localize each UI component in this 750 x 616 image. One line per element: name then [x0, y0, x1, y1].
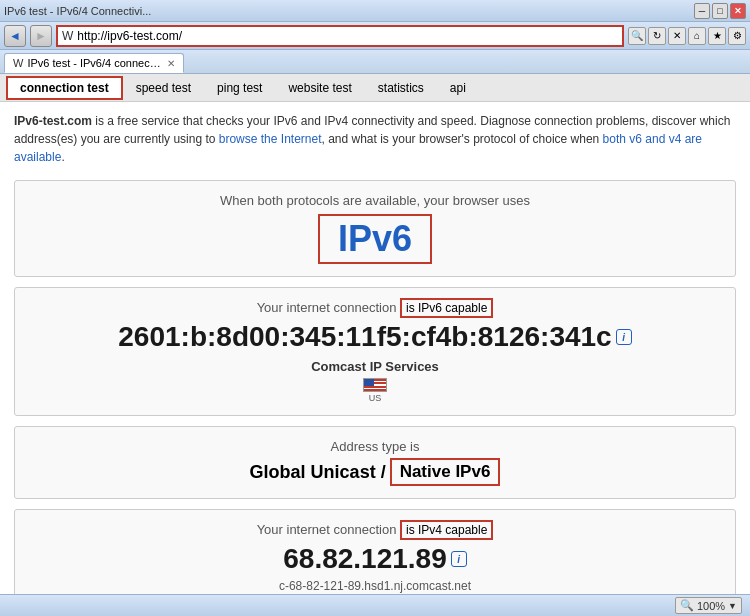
refresh-icon[interactable]: ↻: [648, 27, 666, 45]
zoom-level: 100%: [697, 600, 725, 612]
intro-paragraph: IPv6-test.com is a free service that che…: [14, 112, 736, 166]
tab-connection-test[interactable]: connection test: [6, 76, 123, 100]
window-title: IPv6 test - IPv6/4 Connectivi...: [4, 5, 151, 17]
tab-speed-test[interactable]: speed test: [123, 76, 204, 100]
address-favicon: W: [62, 29, 73, 43]
search-icon[interactable]: 🔍: [628, 27, 646, 45]
home-icon[interactable]: ⌂: [688, 27, 706, 45]
zoom-control[interactable]: 🔍 100% ▼: [675, 597, 742, 614]
address-box[interactable]: W http://ipv6-test.com/: [56, 25, 624, 47]
title-bar: IPv6 test - IPv6/4 Connectivi... ─ □ ✕: [0, 0, 750, 22]
intro-link-browse[interactable]: browse the Internet: [219, 132, 322, 146]
ipv6-flag-icon: [363, 378, 387, 392]
browser-tab-active[interactable]: W IPv6 test - IPv6/4 connectivi... ✕: [4, 53, 184, 73]
nav-tabs-bar: connection test speed test ping test web…: [0, 74, 750, 102]
tab-api[interactable]: api: [437, 76, 479, 100]
zoom-chevron[interactable]: ▼: [728, 601, 737, 611]
tab-ping-test[interactable]: ping test: [204, 76, 275, 100]
address-type-badge: Native IPv6: [390, 458, 501, 486]
content-area: IPv6-test.com is a free service that che…: [0, 102, 750, 594]
intro-link-both[interactable]: both v6 and v4 are available: [14, 132, 702, 164]
protocol-value: IPv6: [318, 214, 432, 264]
tab-close-button[interactable]: ✕: [167, 58, 175, 69]
address-text: http://ipv6-test.com/: [77, 29, 182, 43]
ipv6-capable-label: Your internet connection is IPv6 capable: [31, 300, 719, 315]
ipv4-info-icon[interactable]: i: [451, 551, 467, 567]
tab-bar: W IPv6 test - IPv6/4 connectivi... ✕: [0, 50, 750, 74]
forward-button[interactable]: ►: [30, 25, 52, 47]
minimize-button[interactable]: ─: [694, 3, 710, 19]
ipv4-capable-label: Your internet connection is IPv4 capable: [31, 522, 719, 537]
tab-favicon: W: [13, 57, 23, 69]
status-bar: 🔍 100% ▼: [0, 594, 750, 616]
ipv6-capable-badge: is IPv6 capable: [400, 298, 493, 318]
restore-button[interactable]: □: [712, 3, 728, 19]
tab-title: IPv6 test - IPv6/4 connectivi...: [27, 57, 163, 69]
ipv6-address-card: Your internet connection is IPv6 capable…: [14, 287, 736, 416]
zoom-icon: 🔍: [680, 599, 694, 612]
ipv6-flag-wrap: US: [31, 378, 719, 403]
ipv4-address: 68.82.121.89 i: [31, 543, 719, 575]
tab-statistics[interactable]: statistics: [365, 76, 437, 100]
ipv6-address: 2601:b:8d00:345:11f5:cf4b:8126:341c i: [31, 321, 719, 353]
address-type-value: Global Unicast / Native IPv6: [31, 458, 719, 486]
protocol-label: When both protocols are available, your …: [31, 193, 719, 208]
ipv4-hostname: c-68-82-121-89.hsd1.nj.comcast.net: [31, 579, 719, 593]
ipv6-flag-label: US: [369, 393, 382, 403]
protocol-card: When both protocols are available, your …: [14, 180, 736, 277]
ipv6-isp-name: Comcast IP Services: [31, 359, 719, 374]
close-button[interactable]: ✕: [730, 3, 746, 19]
ipv4-address-card: Your internet connection is IPv4 capable…: [14, 509, 736, 594]
address-bar-row: ◄ ► W http://ipv6-test.com/ 🔍 ↻ ✕ ⌂ ★ ⚙: [0, 22, 750, 50]
stop-icon[interactable]: ✕: [668, 27, 686, 45]
tools-icon[interactable]: ⚙: [728, 27, 746, 45]
address-type-label: Address type is: [31, 439, 719, 454]
address-type-card: Address type is Global Unicast / Native …: [14, 426, 736, 499]
ipv6-info-icon[interactable]: i: [616, 329, 632, 345]
tab-website-test[interactable]: website test: [275, 76, 364, 100]
back-button[interactable]: ◄: [4, 25, 26, 47]
ipv4-capable-badge: is IPv4 capable: [400, 520, 493, 540]
favorites-icon[interactable]: ★: [708, 27, 726, 45]
